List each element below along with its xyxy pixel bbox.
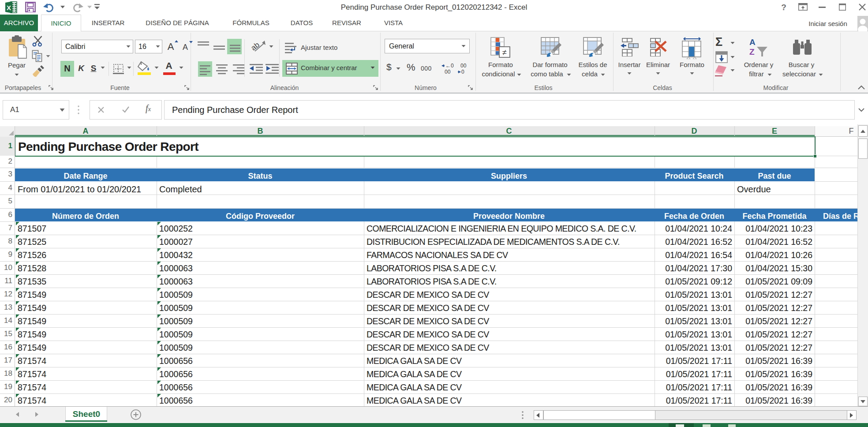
svg-text:A: A [168, 41, 174, 52]
svg-text:←0: ←0 [445, 63, 454, 69]
svg-text:00: 00 [445, 69, 451, 75]
svg-text:00: 00 [460, 63, 467, 69]
svg-text:A: A [183, 43, 188, 52]
svg-text:?: ? [781, 3, 786, 12]
svg-text:≠: ≠ [502, 48, 507, 57]
svg-text:Z: Z [749, 47, 755, 56]
svg-text:0: 0 [461, 69, 464, 75]
svg-text:A: A [749, 37, 756, 47]
